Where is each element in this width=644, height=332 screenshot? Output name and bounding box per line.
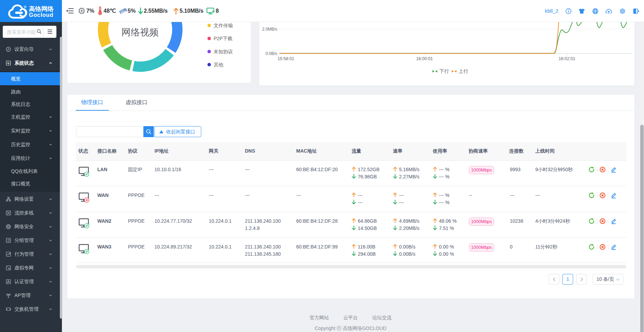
svg-text:下行: 下行 <box>439 68 449 74</box>
svg-text:16:02:01: 16:02:01 <box>559 56 576 61</box>
svg-text:Gocloud: Gocloud <box>29 12 53 18</box>
svg-text:15:58:01: 15:58:01 <box>278 56 294 61</box>
svg-text:16:00:01: 16:00:01 <box>416 56 433 61</box>
svg-text:上行: 上行 <box>459 68 468 74</box>
svg-text:网络视频: 网络视频 <box>121 27 159 37</box>
svg-text:2.0MB/s: 2.0MB/s <box>262 27 277 32</box>
svg-text:0.0B/s: 0.0B/s <box>266 51 277 56</box>
